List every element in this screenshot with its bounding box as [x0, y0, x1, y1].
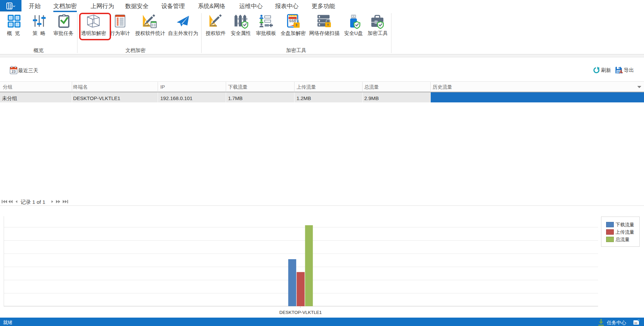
- svg-text:23: 23: [11, 69, 15, 74]
